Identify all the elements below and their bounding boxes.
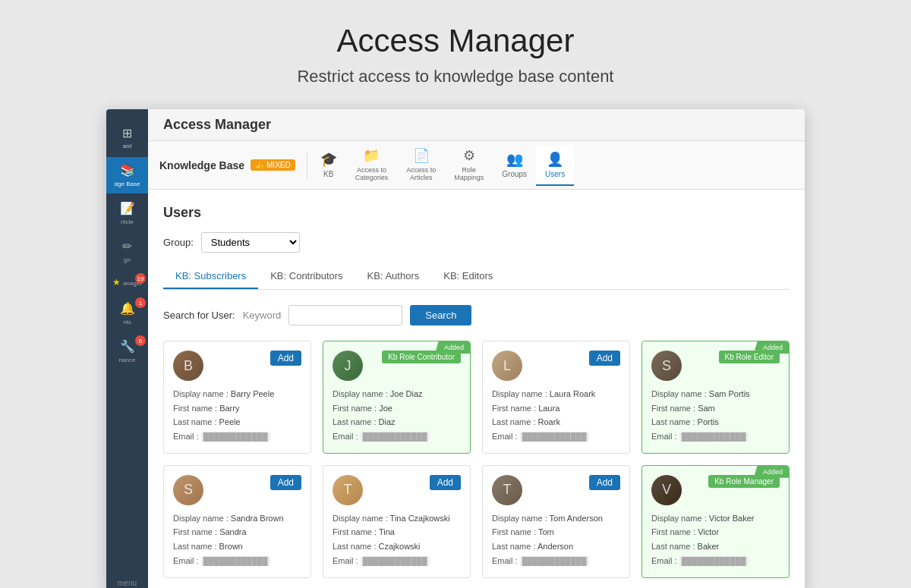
maintenance-badge: 6 xyxy=(135,335,146,346)
avatar-face-joe: J xyxy=(333,351,363,381)
add-button-sandra[interactable]: Add xyxy=(270,475,301,490)
last-name-sandra: Last name : Brown xyxy=(173,539,301,554)
mixed-icon: 👍 xyxy=(255,161,264,169)
avatar-face-tina: T xyxy=(333,475,363,505)
display-name-sandra: Display name : Sandra Brown xyxy=(173,511,301,526)
sidebar-item-article[interactable]: 📝 rticle xyxy=(106,195,148,231)
email-victor: Email : ████████████ xyxy=(651,554,780,568)
search-button[interactable]: Search xyxy=(410,305,471,325)
groups-tab-label: Groups xyxy=(502,170,527,178)
tab-access-articles[interactable]: 📄 Access toArticles xyxy=(397,141,445,189)
notifications-badge: 1 xyxy=(135,297,146,308)
kb-tab-label: KB xyxy=(323,170,333,178)
role-tab-subscribers[interactable]: KB: Subscribers xyxy=(163,264,258,289)
avatar-face-sandra: S xyxy=(173,475,203,505)
search-row: Search for User: Keyword Search xyxy=(163,305,790,325)
avatar-sandra: S xyxy=(173,475,203,505)
sidebar-item-knowledge-base[interactable]: 📚 dge Base xyxy=(106,157,148,193)
email-value-sandra: ████████████ xyxy=(201,556,270,566)
last-name-laura: Last name : Roark xyxy=(492,415,620,429)
display-name-victor: Display name : Victor Baker xyxy=(651,511,780,526)
card-top: T Add xyxy=(333,475,461,505)
last-name-tina: Last name : Czajkowski xyxy=(333,539,461,554)
users-grid: B Add Display name : Barry Peele First n… xyxy=(163,341,790,578)
search-input[interactable] xyxy=(288,305,402,325)
tab-kb[interactable]: 🎓 KB xyxy=(311,145,346,186)
user-card-barry: B Add Display name : Barry Peele First n… xyxy=(163,341,311,454)
added-ribbon: Added xyxy=(754,466,789,478)
role-tab-contributors[interactable]: KB: Contributors xyxy=(258,264,355,289)
kb-tab-icon: 🎓 xyxy=(320,151,337,168)
users-tab-label: Users xyxy=(545,170,565,178)
display-name-tina: Display name : Tina Czajkowski xyxy=(333,511,461,526)
user-card-joe: Added J Kb Role Contributor Display name… xyxy=(323,341,471,454)
user-card-sandra: S Add Display name : Sandra Brown First … xyxy=(163,465,311,578)
role-mappings-tab-icon: ⚙ xyxy=(463,147,475,164)
email-sam: Email : ████████████ xyxy=(651,429,780,444)
avatar-barry: B xyxy=(173,351,203,381)
tab-access-categories[interactable]: 📁 Access toCategories xyxy=(346,141,398,189)
user-info-tina: Display name : Tina Czajkowski First nam… xyxy=(333,511,461,568)
first-name-joe: First name : Joe xyxy=(333,401,461,416)
avatar-face-laura: L xyxy=(492,351,522,381)
avatar-face-tom: T xyxy=(492,475,522,505)
content-area: Users Group: Students All Admins Teacher… xyxy=(148,190,805,588)
first-name-tina: First name : Tina xyxy=(333,525,461,539)
added-ribbon: Added xyxy=(435,341,470,354)
avatar-laura: L xyxy=(492,351,522,381)
last-name-tom: Last name : Anderson xyxy=(492,539,620,554)
add-button-laura[interactable]: Add xyxy=(589,351,620,366)
email-value-barry: ████████████ xyxy=(201,432,270,442)
first-name-victor: First name : Victor xyxy=(651,525,780,539)
email-sandra: Email : ████████████ xyxy=(173,554,301,568)
sidebar-bottom-menu[interactable]: menu xyxy=(118,573,137,589)
page-header: Access Manager Restrict access to knowle… xyxy=(297,23,613,86)
email-value-sam: ████████████ xyxy=(679,432,749,442)
last-name-barry: Last name : Peele xyxy=(173,415,301,429)
add-button-barry[interactable]: Add xyxy=(270,351,301,366)
role-tab-editors[interactable]: KB: Editors xyxy=(431,264,505,289)
mixed-text: MIXED xyxy=(266,161,291,169)
users-tab-icon: 👤 xyxy=(547,151,563,168)
section-title: Users xyxy=(163,205,790,221)
email-joe: Email : ████████████ xyxy=(333,429,461,444)
sidebar-item-dashboard[interactable]: ⊞ ard xyxy=(106,117,148,156)
sidebar-item-manager[interactable]: ★ anager 19 xyxy=(106,271,148,294)
tab-groups[interactable]: 👥 Groups xyxy=(493,145,536,186)
sidebar-item-notifications[interactable]: 🔔 nts 1 xyxy=(106,295,148,332)
display-name-laura: Display name : Laura Roark xyxy=(492,387,620,401)
tab-users[interactable]: 👤 Users xyxy=(536,145,574,186)
design-icon: ✏ xyxy=(106,239,148,253)
display-name-tom: Display name : Tom Anderson xyxy=(492,511,620,526)
role-tabs: KB: Subscribers KB: Contributors KB: Aut… xyxy=(163,264,790,290)
avatar-face-sam: S xyxy=(651,351,682,381)
add-button-tina[interactable]: Add xyxy=(430,475,461,490)
tab-role-mappings[interactable]: ⚙ RoleMappings xyxy=(445,141,493,189)
email-value-tom: ████████████ xyxy=(520,556,589,566)
first-name-barry: First name : Barry xyxy=(173,401,301,416)
last-name-victor: Last name : Baker xyxy=(651,539,780,554)
user-info-sam: Display name : Sam Portis First name : S… xyxy=(651,387,780,444)
card-top: V Kb Role Manager xyxy=(651,475,780,505)
kb-label-area: Knowledge Base 👍 MIXED xyxy=(159,152,307,179)
keyword-label: Keyword xyxy=(243,310,282,321)
user-card-laura: L Add Display name : Laura Roark First n… xyxy=(482,341,630,454)
first-name-sam: First name : Sam xyxy=(651,401,780,416)
group-select[interactable]: Students All Admins Teachers xyxy=(201,232,300,253)
sidebar: ⊞ ard 📚 dge Base 📝 rticle ✏ gn ★ anager … xyxy=(106,109,148,588)
add-button-tom[interactable]: Add xyxy=(589,475,620,490)
main-content: Access Manager Knowledge Base 👍 MIXED 🎓 … xyxy=(148,109,805,588)
last-name-sam: Last name : Portis xyxy=(651,415,780,429)
role-tab-authors[interactable]: KB: Authors xyxy=(355,264,432,289)
user-card-tina: T Add Display name : Tina Czajkowski Fir… xyxy=(323,465,471,578)
avatar-tina: T xyxy=(333,475,363,505)
card-top: B Add xyxy=(173,351,301,381)
display-name-joe: Display name : Joe Diaz xyxy=(333,387,461,401)
sidebar-item-maintenance[interactable]: 🔧 nance 6 xyxy=(106,333,148,369)
email-value-laura: ████████████ xyxy=(520,432,589,442)
categories-tab-icon: 📁 xyxy=(363,147,380,164)
manager-badge: 19 xyxy=(135,273,146,284)
sidebar-item-design[interactable]: ✏ gn xyxy=(106,233,148,269)
browser-window: ⊞ ard 📚 dge Base 📝 rticle ✏ gn ★ anager … xyxy=(106,109,805,588)
first-name-sandra: First name : Sandra xyxy=(173,525,301,539)
